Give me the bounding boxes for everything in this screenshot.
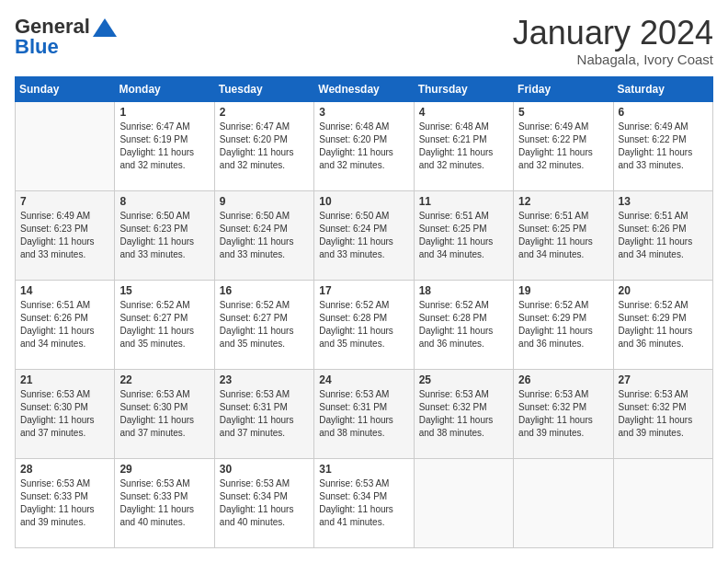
day-info: Sunrise: 6:53 AMSunset: 6:33 PMDaylight:… bbox=[20, 477, 109, 529]
day-info: Sunrise: 6:52 AMSunset: 6:28 PMDaylight:… bbox=[319, 299, 408, 350]
calendar-day-cell: 28Sunrise: 6:53 AMSunset: 6:33 PMDayligh… bbox=[16, 458, 115, 547]
calendar-day-cell: 3Sunrise: 6:48 AMSunset: 6:20 PMDaylight… bbox=[314, 101, 414, 190]
calendar-day-cell: 4Sunrise: 6:48 AMSunset: 6:21 PMDaylight… bbox=[414, 101, 513, 190]
day-info: Sunrise: 6:53 AMSunset: 6:31 PMDaylight:… bbox=[220, 388, 309, 440]
day-number: 10 bbox=[319, 195, 408, 208]
day-info: Sunrise: 6:48 AMSunset: 6:21 PMDaylight:… bbox=[419, 121, 508, 172]
subtitle: Nabagala, Ivory Coast bbox=[513, 52, 713, 67]
day-info: Sunrise: 6:49 AMSunset: 6:23 PMDaylight:… bbox=[20, 210, 109, 261]
calendar-day-cell bbox=[414, 458, 513, 547]
day-number: 12 bbox=[518, 195, 608, 208]
page: General Blue January 2024 Nabagala, Ivor… bbox=[0, 0, 728, 563]
day-number: 5 bbox=[518, 106, 608, 119]
day-number: 4 bbox=[419, 106, 508, 119]
day-info: Sunrise: 6:47 AMSunset: 6:19 PMDaylight:… bbox=[119, 121, 209, 172]
calendar-day-cell: 30Sunrise: 6:53 AMSunset: 6:34 PMDayligh… bbox=[214, 458, 313, 547]
calendar-day-cell: 15Sunrise: 6:52 AMSunset: 6:27 PMDayligh… bbox=[115, 280, 214, 369]
day-number: 3 bbox=[319, 106, 408, 119]
calendar-day-cell: 13Sunrise: 6:51 AMSunset: 6:26 PMDayligh… bbox=[613, 190, 712, 280]
calendar-day-cell: 24Sunrise: 6:53 AMSunset: 6:31 PMDayligh… bbox=[314, 369, 414, 458]
day-number: 18 bbox=[419, 284, 508, 297]
calendar-header-cell: Sunday bbox=[16, 76, 115, 101]
logo-blue-text: Blue bbox=[15, 35, 59, 59]
calendar-day-cell bbox=[613, 458, 712, 547]
day-info: Sunrise: 6:50 AMSunset: 6:23 PMDaylight:… bbox=[119, 210, 209, 261]
calendar-header-cell: Friday bbox=[514, 76, 613, 101]
day-info: Sunrise: 6:53 AMSunset: 6:31 PMDaylight:… bbox=[319, 388, 408, 440]
calendar-day-cell: 10Sunrise: 6:50 AMSunset: 6:24 PMDayligh… bbox=[314, 190, 414, 280]
calendar-day-cell bbox=[514, 458, 613, 547]
calendar-day-cell: 26Sunrise: 6:53 AMSunset: 6:32 PMDayligh… bbox=[514, 369, 613, 458]
day-number: 25 bbox=[419, 373, 508, 386]
svg-marker-0 bbox=[93, 18, 117, 37]
day-number: 1 bbox=[119, 106, 209, 119]
day-number: 30 bbox=[220, 463, 309, 476]
calendar-day-cell: 18Sunrise: 6:52 AMSunset: 6:28 PMDayligh… bbox=[414, 280, 513, 369]
day-info: Sunrise: 6:53 AMSunset: 6:30 PMDaylight:… bbox=[20, 388, 109, 440]
calendar-day-cell: 23Sunrise: 6:53 AMSunset: 6:31 PMDayligh… bbox=[214, 369, 313, 458]
calendar-header-cell: Monday bbox=[115, 76, 214, 101]
day-number: 16 bbox=[220, 284, 309, 297]
day-info: Sunrise: 6:52 AMSunset: 6:29 PMDaylight:… bbox=[518, 299, 608, 350]
calendar-day-cell: 25Sunrise: 6:53 AMSunset: 6:32 PMDayligh… bbox=[414, 369, 513, 458]
calendar-header-cell: Thursday bbox=[414, 76, 513, 101]
header: General Blue January 2024 Nabagala, Ivor… bbox=[15, 15, 713, 67]
day-info: Sunrise: 6:53 AMSunset: 6:32 PMDaylight:… bbox=[619, 388, 708, 440]
day-info: Sunrise: 6:51 AMSunset: 6:25 PMDaylight:… bbox=[419, 210, 508, 261]
day-number: 19 bbox=[518, 284, 608, 297]
day-number: 7 bbox=[20, 195, 109, 208]
calendar-day-cell: 17Sunrise: 6:52 AMSunset: 6:28 PMDayligh… bbox=[314, 280, 414, 369]
day-info: Sunrise: 6:52 AMSunset: 6:28 PMDaylight:… bbox=[419, 299, 508, 350]
day-info: Sunrise: 6:53 AMSunset: 6:32 PMDaylight:… bbox=[419, 388, 508, 440]
day-number: 15 bbox=[119, 284, 209, 297]
day-number: 23 bbox=[220, 373, 309, 386]
day-number: 20 bbox=[619, 284, 708, 297]
day-info: Sunrise: 6:50 AMSunset: 6:24 PMDaylight:… bbox=[319, 210, 408, 261]
day-info: Sunrise: 6:51 AMSunset: 6:26 PMDaylight:… bbox=[20, 299, 109, 350]
calendar-day-cell: 19Sunrise: 6:52 AMSunset: 6:29 PMDayligh… bbox=[514, 280, 613, 369]
calendar-header-cell: Wednesday bbox=[314, 76, 414, 101]
calendar-day-cell: 5Sunrise: 6:49 AMSunset: 6:22 PMDaylight… bbox=[514, 101, 613, 190]
month-title: January 2024 bbox=[513, 15, 713, 52]
logo: General Blue bbox=[15, 15, 117, 59]
day-info: Sunrise: 6:52 AMSunset: 6:27 PMDaylight:… bbox=[119, 299, 209, 350]
day-info: Sunrise: 6:52 AMSunset: 6:27 PMDaylight:… bbox=[220, 299, 309, 350]
calendar-day-cell: 29Sunrise: 6:53 AMSunset: 6:33 PMDayligh… bbox=[115, 458, 214, 547]
calendar-day-cell: 27Sunrise: 6:53 AMSunset: 6:32 PMDayligh… bbox=[613, 369, 712, 458]
calendar-header-cell: Tuesday bbox=[214, 76, 313, 101]
day-number: 11 bbox=[419, 195, 508, 208]
day-info: Sunrise: 6:49 AMSunset: 6:22 PMDaylight:… bbox=[619, 121, 708, 172]
day-info: Sunrise: 6:53 AMSunset: 6:32 PMDaylight:… bbox=[518, 388, 608, 440]
calendar-day-cell: 1Sunrise: 6:47 AMSunset: 6:19 PMDaylight… bbox=[115, 101, 214, 190]
day-number: 17 bbox=[319, 284, 408, 297]
day-number: 13 bbox=[619, 195, 708, 208]
day-info: Sunrise: 6:53 AMSunset: 6:33 PMDaylight:… bbox=[119, 477, 209, 529]
day-info: Sunrise: 6:53 AMSunset: 6:34 PMDaylight:… bbox=[319, 477, 408, 529]
calendar-day-cell: 12Sunrise: 6:51 AMSunset: 6:25 PMDayligh… bbox=[514, 190, 613, 280]
day-number: 27 bbox=[619, 373, 708, 386]
calendar-day-cell: 11Sunrise: 6:51 AMSunset: 6:25 PMDayligh… bbox=[414, 190, 513, 280]
day-info: Sunrise: 6:47 AMSunset: 6:20 PMDaylight:… bbox=[220, 121, 309, 172]
calendar-day-cell: 2Sunrise: 6:47 AMSunset: 6:20 PMDaylight… bbox=[214, 101, 313, 190]
calendar-day-cell: 16Sunrise: 6:52 AMSunset: 6:27 PMDayligh… bbox=[214, 280, 313, 369]
calendar-week-row: 1Sunrise: 6:47 AMSunset: 6:19 PMDaylight… bbox=[16, 101, 713, 190]
calendar-day-cell: 7Sunrise: 6:49 AMSunset: 6:23 PMDaylight… bbox=[16, 190, 115, 280]
calendar-header-row: SundayMondayTuesdayWednesdayThursdayFrid… bbox=[16, 76, 713, 101]
day-info: Sunrise: 6:48 AMSunset: 6:20 PMDaylight:… bbox=[319, 121, 408, 172]
calendar-week-row: 14Sunrise: 6:51 AMSunset: 6:26 PMDayligh… bbox=[16, 280, 713, 369]
calendar-table: SundayMondayTuesdayWednesdayThursdayFrid… bbox=[15, 76, 713, 548]
day-number: 8 bbox=[119, 195, 209, 208]
calendar-day-cell: 21Sunrise: 6:53 AMSunset: 6:30 PMDayligh… bbox=[16, 369, 115, 458]
calendar-day-cell: 14Sunrise: 6:51 AMSunset: 6:26 PMDayligh… bbox=[16, 280, 115, 369]
logo-icon bbox=[93, 18, 117, 37]
day-number: 28 bbox=[20, 463, 109, 476]
calendar-day-cell: 20Sunrise: 6:52 AMSunset: 6:29 PMDayligh… bbox=[613, 280, 712, 369]
calendar-day-cell bbox=[16, 101, 115, 190]
title-block: January 2024 Nabagala, Ivory Coast bbox=[513, 15, 713, 67]
calendar-day-cell: 6Sunrise: 6:49 AMSunset: 6:22 PMDaylight… bbox=[613, 101, 712, 190]
day-number: 22 bbox=[119, 373, 209, 386]
calendar-day-cell: 22Sunrise: 6:53 AMSunset: 6:30 PMDayligh… bbox=[115, 369, 214, 458]
day-number: 2 bbox=[220, 106, 309, 119]
day-number: 6 bbox=[619, 106, 708, 119]
calendar-week-row: 7Sunrise: 6:49 AMSunset: 6:23 PMDaylight… bbox=[16, 190, 713, 280]
